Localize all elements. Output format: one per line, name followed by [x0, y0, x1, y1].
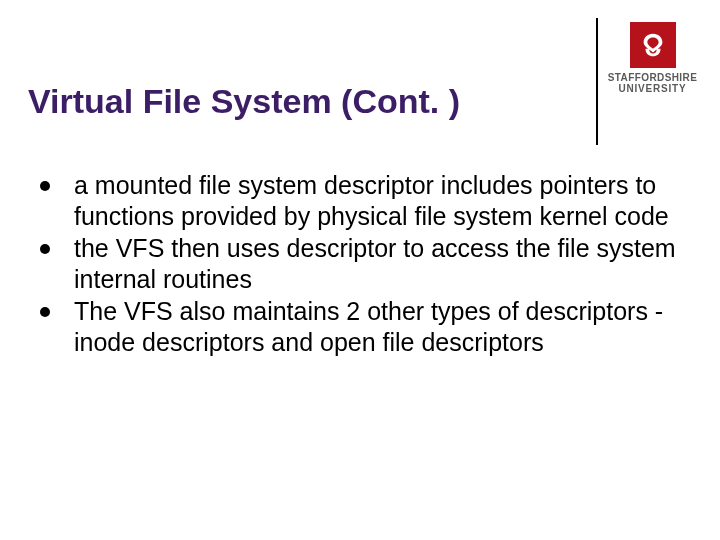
logo-text-line2: UNIVERSITY — [605, 83, 700, 94]
slide-title: Virtual File System (Cont. ) — [28, 82, 560, 121]
slide-body: a mounted file system descriptor include… — [40, 170, 680, 359]
list-item: the VFS then uses descriptor to access t… — [40, 233, 680, 294]
bullet-icon — [40, 181, 50, 191]
logo-text-line1: STAFFORDSHIRE — [605, 72, 700, 83]
header-divider — [596, 18, 598, 145]
logo-mark — [630, 22, 676, 68]
bullet-text: a mounted file system descriptor include… — [74, 170, 680, 231]
university-logo: STAFFORDSHIRE UNIVERSITY — [605, 22, 700, 94]
list-item: a mounted file system descriptor include… — [40, 170, 680, 231]
bullet-icon — [40, 244, 50, 254]
bullet-text: the VFS then uses descriptor to access t… — [74, 233, 680, 294]
stafford-knot-icon — [638, 30, 668, 60]
slide: STAFFORDSHIRE UNIVERSITY Virtual File Sy… — [0, 0, 720, 540]
list-item: The VFS also maintains 2 other types of … — [40, 296, 680, 357]
bullet-icon — [40, 307, 50, 317]
bullet-text: The VFS also maintains 2 other types of … — [74, 296, 680, 357]
